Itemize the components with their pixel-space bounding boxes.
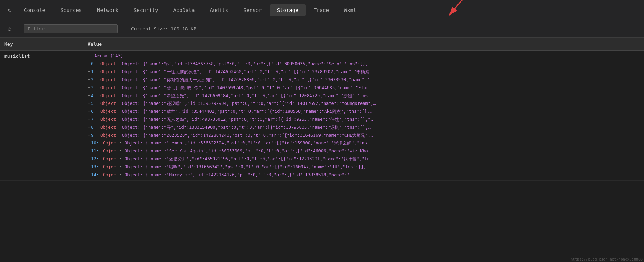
obj-value: Object: {"name":"See You Again","id":309… xyxy=(125,148,373,153)
list-item: +9: Object: Object: {"name":"2020520","i… xyxy=(88,132,640,140)
cursor-tool-icon[interactable]: ↖ xyxy=(3,4,16,17)
toolbar: ⊘ Current Size: 100.18 KB xyxy=(0,20,644,38)
tab-network[interactable]: Network xyxy=(90,4,126,16)
obj-keyword: Object xyxy=(98,133,116,138)
expand-icon[interactable]: + xyxy=(88,140,90,146)
col-key-header: Key xyxy=(0,40,83,48)
table-row: musiclist − Array (143) +0: Object: Obje… xyxy=(0,51,644,181)
watermark: https://blog.csdn.net/hongxue8888 xyxy=(570,257,643,261)
obj-keyword: Object xyxy=(98,61,116,66)
obj-keyword: Object xyxy=(98,109,116,114)
expand-icon[interactable]: + xyxy=(88,101,90,106)
expand-icon[interactable]: + xyxy=(88,61,90,66)
tab-storage[interactable]: Storage xyxy=(270,4,306,16)
obj-keyword: Object xyxy=(100,156,119,161)
index-label: 7: xyxy=(91,117,96,122)
list-item: +12: Object: Object: {"name":"还是分开","id"… xyxy=(88,155,640,163)
expand-icon[interactable]: + xyxy=(88,93,90,98)
colon: : xyxy=(117,61,122,66)
tab-appdata[interactable]: AppData xyxy=(166,4,202,16)
list-item: +8: Object: Object: {"name":"寻","id":133… xyxy=(88,124,640,132)
index-label: 8: xyxy=(91,125,96,130)
collapse-icon[interactable]: − xyxy=(88,53,90,58)
colon: : xyxy=(120,148,125,153)
obj-value: Object: {"name":"还是分开","id":465921195,"p… xyxy=(125,156,372,161)
colon: : xyxy=(117,101,122,106)
tab-bar: ↖ Console Sources Network Security AppDa… xyxy=(0,0,644,20)
toolbar-divider-2 xyxy=(122,24,122,34)
expand-icon[interactable]: + xyxy=(88,109,90,114)
colon: : xyxy=(117,77,122,82)
index-label: 5: xyxy=(91,101,96,106)
index-label: 1: xyxy=(91,69,96,74)
list-item: +5: Object: Object: {"name":"还没睡'","id":… xyxy=(88,100,640,108)
index-label: 13: xyxy=(91,164,99,169)
list-item: +7: Object: Object: {"name":"无人之岛","id":… xyxy=(88,116,640,124)
table-header: Key Value xyxy=(0,38,644,51)
tab-trace[interactable]: Trace xyxy=(306,4,336,16)
obj-keyword: Object xyxy=(98,69,116,74)
tab-sensor[interactable]: Sensor xyxy=(236,4,269,16)
list-item: +2: Object: Object: {"name":"你对你的潜力一无所知"… xyxy=(88,76,640,84)
list-item: +10: Object: Object: {"name":"Lemon","id… xyxy=(88,139,640,147)
colon: : xyxy=(120,164,125,169)
index-label: 0: xyxy=(91,61,96,66)
obj-keyword: Object xyxy=(100,140,119,146)
index-label: 10: xyxy=(91,140,99,146)
array-label: Array (143) xyxy=(94,53,123,58)
row-value: − Array (143) +0: Object: Object: {"name… xyxy=(83,51,644,180)
obj-value: Object: {"name":"希望之光","id":1426609184,"… xyxy=(122,93,371,98)
obj-value: Object: {"name":"啦啊","id":1316563427,"ps… xyxy=(125,164,371,169)
obj-value: Object: {"name":"一往无前的执念","id":142469246… xyxy=(122,69,372,74)
list-item: +11: Object: Object: {"name":"See You Ag… xyxy=(88,147,640,155)
index-label: 14: xyxy=(91,172,99,177)
block-icon[interactable]: ⊘ xyxy=(4,24,14,34)
obj-keyword: Object xyxy=(98,125,116,130)
tab-console[interactable]: Console xyxy=(17,4,53,16)
expand-icon[interactable]: + xyxy=(88,77,90,82)
tab-wxml[interactable]: Wxml xyxy=(337,4,364,16)
expand-icon[interactable]: + xyxy=(88,117,90,122)
array-items: +0: Object: Object: {"name":"▷","id":133… xyxy=(88,60,640,179)
tab-sources[interactable]: Sources xyxy=(53,4,89,16)
obj-keyword: Object xyxy=(98,77,116,82)
table-content: musiclist − Array (143) +0: Object: Obje… xyxy=(0,51,644,262)
tab-security[interactable]: Security xyxy=(126,4,165,16)
obj-value: Object: {"name":"寻","id":1333154900,"pst… xyxy=(122,125,371,130)
expand-icon[interactable]: + xyxy=(88,172,90,177)
expand-icon[interactable]: + xyxy=(88,133,90,138)
expand-icon[interactable]: + xyxy=(88,125,90,130)
col-value-header: Value xyxy=(83,40,644,48)
obj-value: Object: {"name":"▷","id":1334363758,"pst… xyxy=(122,61,371,66)
list-item: +3: Object: Object: {"name":"替 月 亮 吻 你",… xyxy=(88,84,640,92)
expand-icon[interactable]: + xyxy=(88,156,90,161)
expand-icon[interactable]: + xyxy=(88,85,90,90)
obj-keyword: Object xyxy=(98,85,116,90)
expand-icon[interactable]: + xyxy=(88,69,90,74)
obj-value: Object: {"name":"Lemon","id":536622304,"… xyxy=(125,140,370,146)
tab-audits[interactable]: Audits xyxy=(203,4,236,16)
list-item: +13: Object: Object: {"name":"啦啊","id":1… xyxy=(88,163,640,171)
colon: : xyxy=(120,140,125,146)
colon: : xyxy=(117,133,122,138)
current-size-label: Current Size: 100.18 KB xyxy=(131,26,196,32)
index-label: 4: xyxy=(91,93,96,98)
list-item: +1: Object: Object: {"name":"一往无前的执念","i… xyxy=(88,68,640,76)
index-label: 12: xyxy=(91,156,99,161)
colon: : xyxy=(117,117,122,122)
obj-value: Object: {"name":"2020520","id":142288424… xyxy=(122,133,373,138)
list-item: +4: Object: Object: {"name":"希望之光","id":… xyxy=(88,92,640,100)
expand-icon[interactable]: + xyxy=(88,148,90,153)
obj-keyword: Object xyxy=(100,164,119,169)
index-label: 2: xyxy=(91,77,96,82)
obj-value: Object: {"name":"Marry me","id":14221341… xyxy=(125,172,352,177)
colon: : xyxy=(117,69,122,74)
expand-icon[interactable]: + xyxy=(88,164,90,169)
list-item: +14: Object: Object: {"name":"Marry me",… xyxy=(88,171,640,179)
obj-value: Object: {"name":"敖世","id":35447402,"pst"… xyxy=(122,109,372,114)
obj-value: Object: {"name":"替 月 亮 吻 你","id":1407599… xyxy=(122,85,372,90)
colon: : xyxy=(117,85,122,90)
filter-input[interactable] xyxy=(24,24,118,33)
toolbar-divider xyxy=(19,24,19,34)
index-label: 9: xyxy=(91,133,96,138)
